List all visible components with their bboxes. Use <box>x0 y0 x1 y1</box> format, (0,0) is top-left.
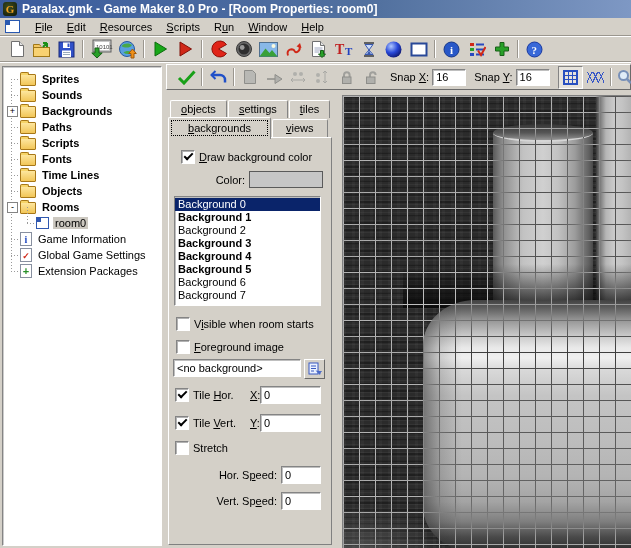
background-list-item-label: Background 6 <box>178 276 246 288</box>
zoom-button[interactable] <box>615 67 631 87</box>
background-list-item[interactable]: Background 4 <box>175 250 320 263</box>
add-object-button[interactable] <box>381 38 406 60</box>
lock-button-disabled[interactable] <box>334 67 358 87</box>
background-list-item[interactable]: Background 5 <box>175 263 320 276</box>
background-list-item[interactable]: Background 2 <box>175 224 320 237</box>
menu-item[interactable]: Help <box>294 19 331 35</box>
toolbar-separator <box>82 40 84 58</box>
mdi-child-icon[interactable] <box>5 20 20 33</box>
tree-item[interactable]: Paths <box>3 119 161 135</box>
foreground-image-checkbox[interactable] <box>176 340 190 354</box>
publish-button[interactable] <box>115 38 140 60</box>
tree-item[interactable]: Game Information <box>3 231 161 247</box>
x-input[interactable] <box>260 386 321 404</box>
vert-speed-input[interactable] <box>281 492 321 510</box>
debug-button[interactable] <box>173 38 198 60</box>
shift-vertical-button-disabled[interactable] <box>310 67 334 87</box>
snap-y-input[interactable] <box>516 69 550 86</box>
y-input[interactable] <box>260 414 321 432</box>
isometric-grid-button[interactable] <box>584 67 607 88</box>
save-button[interactable] <box>54 38 79 60</box>
background-list-item-label: Background 0 <box>178 198 246 210</box>
tree-item[interactable]: Extension Packages <box>3 263 161 279</box>
tab[interactable]: views <box>272 119 328 137</box>
ok-button[interactable] <box>174 67 198 87</box>
menu-item[interactable]: Run <box>207 19 241 35</box>
tree-item[interactable]: Sprites <box>3 71 161 87</box>
add-path-button[interactable] <box>281 38 306 60</box>
tree-item[interactable]: Scripts <box>3 135 161 151</box>
add-room-button[interactable] <box>406 38 431 60</box>
tree-item[interactable]: + Backgrounds <box>3 103 161 119</box>
game-information-button[interactable]: i <box>439 38 464 60</box>
background-list-item[interactable]: Background 1 <box>175 211 320 224</box>
tree-item-icon <box>36 217 49 229</box>
x-label: X: <box>250 389 260 401</box>
background-color-swatch[interactable] <box>249 171 323 188</box>
background-list-item[interactable]: Background 3 <box>175 237 320 250</box>
tree-item[interactable]: Time Lines <box>3 167 161 183</box>
add-script-button[interactable] <box>306 38 331 60</box>
background-list-item[interactable]: Background 7 <box>175 289 320 302</box>
tile-hor-checkbox[interactable] <box>175 388 189 402</box>
room-canvas[interactable] <box>342 95 631 548</box>
help-button[interactable]: ? <box>522 38 547 60</box>
draw-background-color-checkbox[interactable] <box>181 150 195 164</box>
toolbar-separator <box>201 40 203 58</box>
shift-horizontal-button-disabled[interactable] <box>286 67 310 87</box>
tree-item[interactable]: Objects <box>3 183 161 199</box>
background-list-item-label: Background 2 <box>178 224 246 236</box>
tab-label: tiles <box>300 103 320 115</box>
new-file-button[interactable] <box>4 38 29 60</box>
menu-item[interactable]: Resources <box>93 19 160 35</box>
tab[interactable]: objects <box>170 100 227 118</box>
add-background-button[interactable] <box>256 38 281 60</box>
tree-expander-toggle[interactable]: + <box>7 106 18 117</box>
tree-item[interactable]: Sounds <box>3 87 161 103</box>
stretch-checkbox[interactable] <box>175 441 189 455</box>
unlock-button-disabled[interactable] <box>358 67 382 87</box>
run-button[interactable] <box>148 38 173 60</box>
background-list-item[interactable]: Background 6 <box>175 276 320 289</box>
background-menu-button[interactable] <box>304 359 325 379</box>
tree-item-label: Time Lines <box>40 169 101 181</box>
svg-text:i: i <box>450 44 453 56</box>
tree-item-label: Game Information <box>36 233 128 245</box>
background-name-field[interactable] <box>173 359 301 377</box>
background-list-item[interactable]: Background 0 <box>175 198 320 211</box>
add-sprite-button[interactable] <box>206 38 231 60</box>
open-file-button[interactable] <box>29 38 54 60</box>
tree-item[interactable]: room0 <box>3 215 161 231</box>
menu-item[interactable]: Edit <box>60 19 93 35</box>
title-bar[interactable]: G Paralax.gmk - Game Maker 8.0 Pro - [Ro… <box>0 0 631 18</box>
tab[interactable]: backgrounds <box>168 117 271 139</box>
menu-item[interactable]: Scripts <box>159 19 207 35</box>
tree-item-label: Paths <box>40 121 74 133</box>
tile-vert-checkbox[interactable] <box>175 416 189 430</box>
add-timeline-button[interactable] <box>356 38 381 60</box>
create-executable-button[interactable]: 10101 <box>87 38 115 60</box>
menu-item[interactable]: Window <box>241 19 294 35</box>
tab[interactable]: tiles <box>289 100 331 118</box>
toolbar-separator <box>233 68 235 86</box>
tree-item-icon <box>20 106 36 118</box>
grid-toggle-button[interactable] <box>558 66 583 89</box>
undo-button[interactable] <box>206 67 230 87</box>
tree-item[interactable]: Fonts <box>3 151 161 167</box>
hor-speed-input[interactable] <box>281 466 321 484</box>
tab[interactable]: settings <box>228 100 288 118</box>
visible-when-room-starts-checkbox[interactable] <box>176 317 190 331</box>
add-sound-button[interactable] <box>231 38 256 60</box>
tree-expander-toggle[interactable]: - <box>7 202 18 213</box>
global-game-settings-button[interactable] <box>464 38 489 60</box>
tree-item[interactable]: Global Game Settings <box>3 247 161 263</box>
menu-item[interactable]: File <box>28 19 60 35</box>
copy-button-disabled[interactable] <box>238 67 262 87</box>
snap-x-input[interactable] <box>432 69 466 86</box>
tree-item-label: Backgrounds <box>40 105 114 117</box>
move-arrow-button-disabled[interactable] <box>262 67 286 87</box>
extension-packages-button[interactable] <box>489 38 514 60</box>
add-font-button[interactable]: TT <box>331 38 356 60</box>
background-menu-icon <box>308 362 322 376</box>
tree-item-icon <box>20 90 36 102</box>
